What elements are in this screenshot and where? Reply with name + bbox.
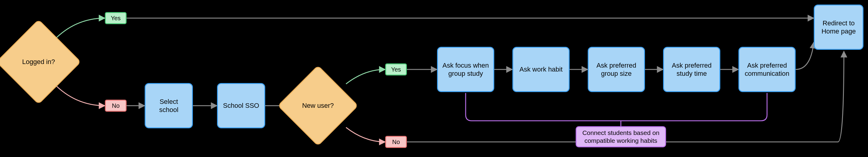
step-ask-group-size: Ask preferred group size (588, 47, 645, 92)
step-ask-focus: Ask focus when group study (437, 47, 494, 92)
connectors: .g { stroke:#8c8c8c; stroke-width:3; fil… (0, 0, 868, 157)
step-redirect-home: Redirect to Home page (814, 4, 864, 50)
step-school-sso: School SSO (217, 83, 265, 128)
branch-new-user-no: No (385, 136, 407, 148)
flowchart-stage: { "decisions": { "logged_in": "Logged in… (0, 0, 868, 157)
branch-new-user-yes: Yes (385, 63, 407, 76)
step-ask-work-habit: Ask work habit (513, 47, 569, 92)
step-ask-communication: Ask preferred communication (738, 47, 796, 92)
decision-logged-in: Logged in? (8, 32, 69, 92)
step-ask-study-time: Ask preferred study time (663, 47, 720, 92)
branch-logged-in-no: No (105, 100, 127, 112)
decision-new-user-label: New user? (289, 77, 347, 134)
branch-logged-in-yes: Yes (105, 12, 127, 24)
decision-logged-in-label: Logged in? (8, 32, 69, 92)
annotation-connect-habits: Connect students based on compatible wor… (576, 126, 666, 147)
step-select-school: Select school (145, 83, 193, 128)
decision-new-user: New user? (289, 77, 347, 134)
